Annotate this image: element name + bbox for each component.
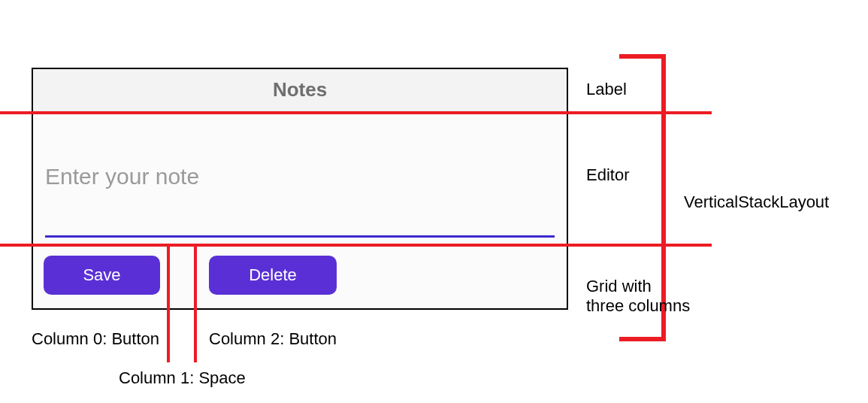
- button-grid: Save Delete: [33, 245, 567, 295]
- grid-column-0: Save: [44, 256, 160, 295]
- diagram-canvas: Notes Enter your note Save Delete Label …: [0, 0, 868, 403]
- page-title: Notes: [273, 78, 327, 102]
- annotation-line: [0, 111, 712, 114]
- annotation-line: [167, 245, 170, 362]
- annotation-label-label: Label: [586, 80, 627, 99]
- annotation-label-stacklayout: VerticalStackLayout: [684, 192, 829, 212]
- annotation-label-col1: Column 1: Space: [119, 368, 246, 388]
- annotation-label-editor: Editor: [586, 165, 629, 185]
- annotation-label-grid2: three columns: [586, 296, 690, 316]
- annotation-line: [194, 245, 197, 362]
- save-button[interactable]: Save: [44, 256, 160, 295]
- delete-button[interactable]: Delete: [209, 256, 337, 295]
- annotation-label-col0: Column 0: Button: [32, 329, 159, 349]
- editor-area[interactable]: Enter your note: [33, 111, 567, 245]
- editor-underline: [45, 235, 555, 238]
- annotation-bracket: [619, 54, 666, 59]
- editor-placeholder: Enter your note: [45, 164, 199, 189]
- annotation-label-grid1: Grid with: [586, 277, 652, 296]
- app-header: Notes: [33, 69, 567, 111]
- grid-column-2: Delete: [209, 256, 337, 295]
- annotation-line: [0, 244, 712, 247]
- annotation-label-col2: Column 2: Button: [209, 329, 337, 349]
- annotation-bracket: [619, 337, 666, 341]
- app-frame: Notes Enter your note Save Delete: [32, 68, 568, 310]
